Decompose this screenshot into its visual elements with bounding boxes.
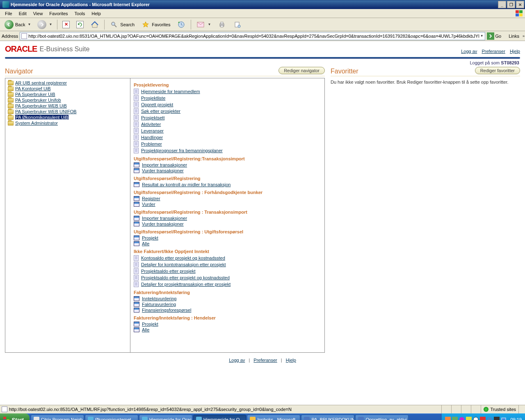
function-link[interactable]: Kontosaldo etter prosjekt og kostnadsste… xyxy=(134,255,321,261)
function-link[interactable]: Prosjektsett xyxy=(134,114,321,121)
forward-button[interactable]: ▼ xyxy=(34,19,55,30)
favorites-button[interactable]: Favorites xyxy=(138,19,173,30)
taskbar-button[interactable]: Økonomisystemet - ... xyxy=(85,415,138,420)
section-header: Ikke Fakturert/Ikke Opptjent Inntekt xyxy=(134,249,321,254)
function-link[interactable]: Vurder transaksjoner xyxy=(134,221,321,227)
function-link[interactable]: Registrer xyxy=(134,196,321,201)
chevron-down-icon: ▼ xyxy=(208,23,211,26)
svg-line-5 xyxy=(114,25,116,27)
function-link[interactable]: Prosjektsaldo etter prosjekt xyxy=(134,268,321,274)
restore-button[interactable]: ❐ xyxy=(507,1,515,8)
svg-point-4 xyxy=(112,22,115,25)
function-link[interactable]: Prosjektprognoser fra bemanningsplaner xyxy=(134,147,321,154)
function-link[interactable]: Detaljer for prosjekttransaksjon etter p… xyxy=(134,281,321,288)
tray-icon[interactable] xyxy=(452,417,458,420)
responsibility-item[interactable]: PA Økonomikonsulent UiB xyxy=(8,114,128,120)
function-link[interactable]: Inntektsvurdering xyxy=(134,296,321,301)
links-label[interactable]: Links xyxy=(507,34,521,39)
stop-button[interactable]: ✕ xyxy=(59,20,73,30)
function-link[interactable]: Prosjekt xyxy=(134,321,321,327)
responsibility-item[interactable]: PA Superbruker WEB UiB xyxy=(8,103,128,109)
tray-icon[interactable] xyxy=(473,417,479,420)
navigator-panel: AR UIB sentral registrererPA Kontorsjef … xyxy=(5,78,325,353)
address-input[interactable]: http://bot-oatest02.uio.no:8531/OA_HTML/… xyxy=(20,32,485,40)
svg-point-12 xyxy=(238,25,240,27)
print-button[interactable] xyxy=(215,19,229,30)
chevron-down-icon[interactable]: ▼ xyxy=(480,34,484,38)
menu-view[interactable]: View xyxy=(30,10,46,17)
taskbar-button[interactable]: Oppretting_av_aktivi... xyxy=(355,415,409,420)
footer-logoff[interactable]: Logg av xyxy=(229,358,245,363)
tray-icon[interactable] xyxy=(445,417,451,420)
folder-icon xyxy=(8,104,14,108)
footer-prefs[interactable]: Preferanser xyxy=(253,358,277,363)
function-link[interactable]: Detaljer for kontotransaksjon etter pros… xyxy=(134,261,321,268)
function-link[interactable]: Finansieringsforespørsel xyxy=(134,307,321,313)
mail-icon xyxy=(196,20,205,29)
responsibility-item[interactable]: PA Superbruker WEB UNIFOB xyxy=(8,109,128,114)
function-link[interactable]: Problemer xyxy=(134,141,321,147)
refresh-button[interactable] xyxy=(73,20,87,30)
responsibility-item[interactable]: PA Superbruker Unifob xyxy=(8,97,128,103)
mail-button[interactable]: ▼ xyxy=(193,19,214,30)
edit-button[interactable] xyxy=(230,19,245,30)
function-link[interactable]: Søk etter prosjekter xyxy=(134,108,321,114)
menu-file[interactable]: File xyxy=(2,10,16,17)
function-link[interactable]: Alle xyxy=(134,327,321,333)
close-button[interactable]: ✕ xyxy=(516,1,524,8)
function-link[interactable]: Prosjekt xyxy=(134,235,321,241)
tray-icon[interactable] xyxy=(487,417,493,420)
function-link[interactable]: Leveranser xyxy=(134,128,321,134)
function-link[interactable]: Prosjektliste xyxy=(134,95,321,101)
menu-help[interactable]: Help xyxy=(88,10,104,17)
responsibility-item[interactable]: PA Superbruker UiB xyxy=(8,91,128,97)
taskbar-button[interactable]: Hjemmeside for O... xyxy=(193,415,247,420)
link-prefs[interactable]: Preferanser xyxy=(482,49,505,54)
minimize-button[interactable]: _ xyxy=(498,1,506,8)
edit-navigator-button[interactable]: Rediger navigator xyxy=(278,67,325,74)
footer-help[interactable]: Hjelp xyxy=(286,358,296,363)
go-button[interactable]: Go xyxy=(487,32,502,40)
function-link[interactable]: Importer transaksjoner xyxy=(134,215,321,221)
menu-tools[interactable]: Tools xyxy=(71,10,89,17)
start-button[interactable]: Start xyxy=(0,413,30,420)
tray-icon[interactable] xyxy=(459,417,465,420)
section-header: Utgiftsforespørsel/Registrering : Forhån… xyxy=(134,190,321,195)
function-link[interactable]: Importer transaksjoner xyxy=(134,162,321,168)
app-icon xyxy=(358,417,364,420)
function-link[interactable]: Fakturavurdering xyxy=(134,301,321,307)
taskbar-button[interactable]: Citrix Program Neigh... xyxy=(31,415,84,420)
link-logoff[interactable]: Logg av xyxy=(461,49,477,54)
tray-icon[interactable] xyxy=(480,417,486,420)
home-button[interactable] xyxy=(87,19,102,30)
tray-icon[interactable] xyxy=(501,417,507,420)
history-button[interactable] xyxy=(174,19,189,30)
function-link[interactable]: Prosjektsaldo etter prosjekt og kostnads… xyxy=(134,274,321,281)
function-link[interactable]: Hjemmeside for teammedlem xyxy=(134,88,321,95)
system-tray[interactable]: 09:19 xyxy=(442,413,525,420)
link-help[interactable]: Hjelp xyxy=(510,49,520,54)
menu-favorites[interactable]: Favorites xyxy=(46,10,71,17)
responsibility-item[interactable]: AR UIB sentral registrerer xyxy=(8,80,128,86)
taskbar-button[interactable]: Innboks - Microsoft ... xyxy=(247,415,300,420)
function-link[interactable]: Vurder transaksjoner xyxy=(134,168,321,173)
function-link[interactable]: Opprett prosjekt xyxy=(134,101,321,108)
clock[interactable]: 09:19 xyxy=(510,417,522,420)
search-button[interactable]: Search xyxy=(107,19,137,30)
footer-links: Logg av | Preferanser | Hjelp xyxy=(0,353,525,368)
edit-favorites-button[interactable]: Rediger favoritter xyxy=(475,67,520,74)
responsibility-item[interactable]: PA Kontorsjef UiB xyxy=(8,86,128,91)
tray-icon[interactable] xyxy=(466,417,472,420)
form-icon xyxy=(134,296,139,301)
back-button[interactable]: Back ▼ xyxy=(2,19,34,30)
menu-edit[interactable]: Edit xyxy=(16,10,30,17)
function-link[interactable]: Aktiviteter xyxy=(134,121,321,128)
taskbar-button[interactable]: Hjemmeside for Orac... xyxy=(139,415,192,420)
function-link[interactable]: Handlinger xyxy=(134,134,321,141)
taskbar-button[interactable]: PA_BRUKERDOKUME... xyxy=(301,415,354,420)
function-link[interactable]: Alle xyxy=(134,241,321,247)
responsibility-item[interactable]: System Administrator xyxy=(8,120,128,126)
function-link[interactable]: Vurder xyxy=(134,201,321,207)
function-link[interactable]: Resultat av kontroll av midler for trans… xyxy=(134,182,321,187)
tray-icon[interactable] xyxy=(494,417,500,420)
